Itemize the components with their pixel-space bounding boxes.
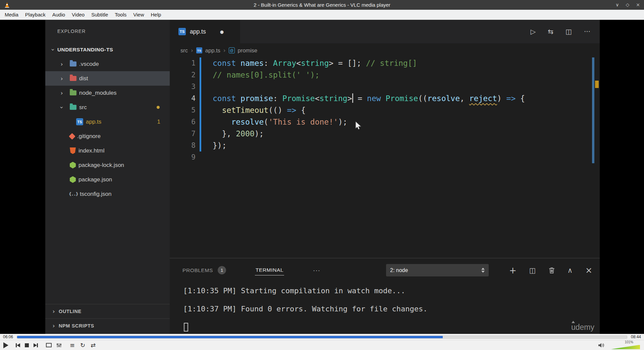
explorer-root-row[interactable]: › UNDERSTANDING-TS bbox=[45, 42, 170, 57]
line-number: 7 bbox=[170, 128, 196, 140]
tab-bar: TS app.ts ● ▷⇆◫··· bbox=[170, 20, 600, 43]
tree-item-dist[interactable]: ›dist bbox=[45, 71, 170, 86]
file-html-icon bbox=[70, 147, 76, 154]
minimize-icon[interactable]: ∨ bbox=[615, 0, 619, 10]
modified-dot-icon bbox=[157, 106, 160, 109]
explorer-title: EXPLORER bbox=[57, 29, 86, 34]
modified-line-bar bbox=[200, 93, 201, 104]
select-arrows-icon bbox=[481, 268, 485, 273]
terminal-select[interactable]: 2: node bbox=[386, 264, 489, 276]
maximize-icon[interactable]: ◇ bbox=[626, 0, 629, 10]
panel-actions: + ◫ ∧ × bbox=[509, 258, 592, 282]
modified-dot-icon[interactable]: ● bbox=[220, 29, 224, 34]
outline-section[interactable]: › OUTLINE bbox=[45, 304, 170, 318]
new-terminal-button[interactable]: + bbox=[509, 265, 517, 275]
tree-item-src[interactable]: ›src bbox=[45, 100, 170, 115]
code-line-9: 9 bbox=[170, 151, 591, 163]
overview-ruler[interactable] bbox=[591, 20, 600, 258]
code-text: }, 2000); bbox=[213, 128, 264, 140]
code-line-6: 6 resolve('This is done!'); bbox=[170, 116, 591, 128]
tree-item-label: .gitignore bbox=[77, 133, 101, 140]
volume-slider[interactable] bbox=[611, 345, 640, 349]
open-changes-button[interactable]: ⇆ bbox=[548, 28, 553, 36]
menu-view[interactable]: View bbox=[130, 10, 147, 19]
editor-more-actions-button[interactable]: ··· bbox=[584, 28, 590, 36]
equalizer-icon bbox=[56, 343, 62, 348]
tree-item-package-lock-json[interactable]: package-lock.json bbox=[45, 158, 170, 172]
workspace-root-label: UNDERSTANDING-TS bbox=[57, 47, 113, 53]
previous-button[interactable] bbox=[16, 343, 20, 347]
seek-bar[interactable] bbox=[17, 336, 627, 339]
tree-item-label: src bbox=[79, 104, 87, 111]
code-line-3: 3 bbox=[170, 81, 591, 93]
modified-line-bar bbox=[200, 140, 201, 151]
shuffle-button[interactable]: ⇄ bbox=[91, 342, 96, 349]
menu-tools[interactable]: Tools bbox=[111, 10, 130, 19]
breadcrumb-item-app-ts[interactable]: app.ts bbox=[205, 47, 220, 54]
fullscreen-button[interactable] bbox=[46, 343, 52, 347]
tab-label: app.ts bbox=[190, 28, 206, 35]
tree-item-gitignore[interactable]: .gitignore bbox=[45, 129, 170, 143]
vlc-menubar: MediaPlaybackAudioVideoSubtitleToolsView… bbox=[0, 10, 644, 20]
tree-item-app-ts[interactable]: TSapp.ts1 bbox=[45, 115, 170, 129]
code-text: resolve('This is done!'); bbox=[213, 116, 347, 128]
udemy-watermark: udemy bbox=[571, 320, 594, 332]
terminal-select-value: 2: node bbox=[390, 267, 408, 273]
stop-button[interactable] bbox=[25, 343, 29, 347]
npm-scripts-section[interactable]: › NPM SCRIPTS bbox=[45, 318, 170, 333]
code-line-4: 4const promise: Promise<string> = new Pr… bbox=[170, 93, 591, 104]
tree-item-label: tsconfig.json bbox=[80, 191, 112, 198]
close-icon[interactable]: × bbox=[636, 0, 640, 10]
explorer-tree: ›.vscode›dist›node_modules›srcTSapp.ts1.… bbox=[45, 57, 170, 201]
split-terminal-button[interactable]: ◫ bbox=[529, 266, 536, 274]
panel-tab-terminal[interactable]: TERMINAL bbox=[255, 258, 284, 282]
split-editor-button[interactable]: ◫ bbox=[566, 28, 572, 36]
breadcrumb: src›TSapp.ts›@promise bbox=[170, 43, 600, 57]
tree-item-node-modules[interactable]: ›node_modules bbox=[45, 86, 170, 100]
tree-item-index-html[interactable]: index.html bbox=[45, 143, 170, 158]
loop-button[interactable]: ↻ bbox=[80, 342, 85, 349]
tab-app-ts[interactable]: TS app.ts ● bbox=[170, 20, 240, 43]
transport-group bbox=[16, 343, 38, 347]
panel-tab-label: PROBLEMS bbox=[182, 267, 213, 273]
outline-section-label: OUTLINE bbox=[59, 309, 82, 314]
maximize-panel-button[interactable]: ∧ bbox=[568, 266, 573, 274]
menu-video[interactable]: Video bbox=[68, 10, 88, 19]
tree-item-vscode[interactable]: ›.vscode bbox=[45, 57, 170, 71]
menu-subtitle[interactable]: Subtitle bbox=[88, 10, 111, 19]
breadcrumb-item-src[interactable]: src bbox=[180, 47, 188, 54]
playlist-button[interactable]: ≡ bbox=[70, 342, 75, 349]
menu-help[interactable]: Help bbox=[148, 10, 165, 19]
kill-terminal-button[interactable] bbox=[549, 267, 555, 274]
gutter bbox=[196, 128, 213, 140]
speaker-icon[interactable] bbox=[598, 342, 605, 348]
panel-tab-problems[interactable]: PROBLEMS1 bbox=[182, 258, 226, 282]
breadcrumb-item-promise[interactable]: promise bbox=[238, 47, 258, 54]
symbol-icon: @ bbox=[229, 47, 235, 53]
menu-playback[interactable]: Playback bbox=[22, 10, 49, 19]
next-button[interactable] bbox=[34, 343, 38, 347]
play-button[interactable] bbox=[3, 342, 8, 348]
code-text: }); bbox=[213, 140, 227, 151]
problems-count-badge: 1 bbox=[157, 119, 160, 125]
tree-item-label: dist bbox=[79, 75, 88, 82]
chevron-down-icon: › bbox=[50, 47, 56, 53]
tree-item-package-json[interactable]: package.json bbox=[45, 172, 170, 187]
panel-more-icon[interactable]: ··· bbox=[313, 267, 320, 274]
code-line-7: 7 }, 2000); bbox=[170, 128, 591, 140]
total-time: 08:44 bbox=[628, 335, 644, 339]
vlc-window: 2 - Built-in Generics & What are Generic… bbox=[0, 0, 644, 350]
warning-marker bbox=[595, 81, 599, 88]
terminal-output[interactable]: [1:10:35 PM] Starting compilation in wat… bbox=[170, 282, 600, 334]
gutter bbox=[196, 69, 213, 81]
extended-settings-button[interactable] bbox=[56, 343, 62, 348]
menu-media[interactable]: Media bbox=[1, 10, 22, 19]
code-lines[interactable]: 1const names: Array<string> = []; // str… bbox=[170, 57, 591, 258]
video-area[interactable]: EXPLORER › UNDERSTANDING-TS ›.vscode›dis… bbox=[0, 20, 644, 334]
close-panel-button[interactable]: × bbox=[585, 265, 592, 275]
run-button[interactable]: ▷ bbox=[531, 28, 536, 36]
tree-item-label: .vscode bbox=[79, 61, 99, 68]
menu-audio[interactable]: Audio bbox=[49, 10, 68, 19]
tree-item-tsconfig-json[interactable]: {..}tsconfig.json bbox=[45, 187, 170, 201]
code-text: const names: Array<string> = []; // stri… bbox=[213, 57, 417, 69]
